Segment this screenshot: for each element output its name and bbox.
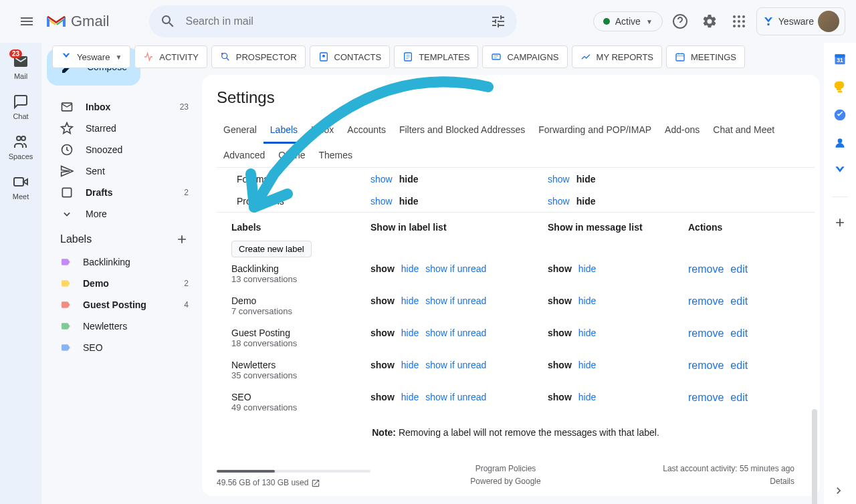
sidebar-nav-sent[interactable]: Sent — [47, 160, 197, 182]
sidebar-label-seo[interactable]: SEO — [47, 337, 197, 358]
show-bold[interactable]: show — [548, 360, 572, 370]
show-bold[interactable]: show — [370, 328, 395, 338]
hide-link[interactable]: hide — [401, 328, 419, 338]
remove-link[interactable]: remove — [688, 392, 724, 404]
yesware-meetings[interactable]: MEETINGS — [666, 45, 745, 68]
show-bold[interactable]: show — [548, 392, 572, 402]
plus-icon[interactable] — [175, 233, 189, 246]
open-external-icon[interactable] — [311, 479, 320, 488]
rail-mail[interactable]: 23 Mail — [13, 53, 29, 80]
hide-link[interactable]: hide — [401, 360, 419, 370]
settings-tab-general[interactable]: General — [217, 118, 263, 143]
add-addon-icon[interactable] — [833, 216, 847, 229]
show-bold[interactable]: show — [548, 295, 572, 306]
details-link[interactable]: Details — [602, 475, 794, 488]
settings-tab-inbox[interactable]: Inbox — [304, 118, 340, 143]
keep-icon[interactable] — [833, 80, 847, 94]
create-label-button[interactable]: Create new label — [231, 241, 312, 257]
sidebar-nav-drafts[interactable]: Drafts 2 — [47, 182, 197, 203]
rail-spaces[interactable]: Spaces — [9, 134, 33, 160]
hide-link[interactable]: hide — [399, 196, 419, 207]
yesware-campaigns[interactable]: CAMPAIGNS — [482, 45, 567, 68]
hide-link[interactable]: hide — [401, 392, 419, 402]
settings-tab-chat-and-meet[interactable]: Chat and Meet — [706, 118, 781, 143]
show-bold[interactable]: show — [548, 328, 572, 338]
remove-link[interactable]: remove — [688, 360, 724, 372]
show-bold[interactable]: show — [370, 295, 395, 306]
rail-chat[interactable]: Chat — [13, 94, 29, 120]
yesware-side-icon[interactable] — [833, 164, 847, 178]
show-bold[interactable]: show — [370, 360, 395, 370]
show-if-unread-link[interactable]: show if unread — [425, 295, 486, 306]
main-menu-button[interactable] — [11, 5, 43, 37]
hide-link[interactable]: hide — [399, 174, 419, 184]
show-bold[interactable]: show — [370, 263, 395, 274]
settings-tab-add-ons[interactable]: Add-ons — [658, 118, 706, 143]
apps-grid-icon[interactable] — [731, 13, 747, 29]
edit-link[interactable]: edit — [730, 328, 748, 340]
sidebar-label-demo[interactable]: Demo 2 — [47, 273, 197, 294]
hide-link[interactable]: hide — [576, 196, 596, 207]
yesware-account-badge[interactable]: Yesware — [756, 7, 845, 35]
tune-icon[interactable] — [490, 13, 506, 29]
show-bold[interactable]: show — [370, 392, 395, 402]
yesware-activity[interactable]: ACTIVITY — [134, 45, 207, 68]
hide-link[interactable]: hide — [578, 263, 596, 274]
hide-link[interactable]: hide — [401, 263, 419, 274]
settings-tab-filters-and-blocked-addresses[interactable]: Filters and Blocked Addresses — [393, 118, 532, 143]
sidebar-label-guest-posting[interactable]: Guest Posting 4 — [47, 294, 197, 316]
support-icon[interactable] — [672, 13, 688, 29]
contacts-icon[interactable] — [833, 136, 847, 150]
show-if-unread-link[interactable]: show if unread — [425, 360, 486, 370]
tasks-icon[interactable] — [833, 108, 847, 122]
settings-tab-advanced[interactable]: Advanced — [217, 143, 272, 167]
sidebar-label-newletters[interactable]: Newletters — [47, 316, 197, 337]
show-link[interactable]: show — [548, 174, 570, 184]
sidebar-nav-snoozed[interactable]: Snoozed — [47, 139, 197, 160]
yesware-contacts[interactable]: CONTACTS — [310, 45, 391, 68]
yesware-prospector[interactable]: PROSPECTOR — [211, 45, 306, 68]
hide-link[interactable]: hide — [578, 295, 596, 306]
remove-link[interactable]: remove — [688, 263, 724, 275]
show-if-unread-link[interactable]: show if unread — [425, 263, 486, 274]
sidebar-nav-inbox[interactable]: Inbox 23 — [47, 96, 197, 118]
sidebar-label-backlinking[interactable]: Backlinking — [47, 251, 197, 273]
settings-gear-icon[interactable] — [702, 13, 718, 29]
remove-link[interactable]: remove — [688, 328, 724, 340]
yesware-my-reports[interactable]: MY REPORTS — [572, 45, 662, 68]
rail-meet[interactable]: Meet — [13, 174, 29, 201]
show-link[interactable]: show — [370, 174, 393, 184]
hide-link[interactable]: hide — [578, 360, 596, 370]
show-bold[interactable]: show — [548, 263, 572, 274]
settings-tab-themes[interactable]: Themes — [312, 143, 360, 167]
program-policies-link[interactable]: Program Policies — [409, 463, 602, 475]
settings-tab-accounts[interactable]: Accounts — [340, 118, 393, 143]
gmail-logo[interactable]: Gmail — [45, 13, 109, 30]
sidebar-nav-more[interactable]: More — [47, 203, 197, 225]
edit-link[interactable]: edit — [730, 360, 748, 372]
show-if-unread-link[interactable]: show if unread — [425, 328, 486, 338]
hide-link[interactable]: hide — [578, 328, 596, 338]
hide-link[interactable]: hide — [578, 392, 596, 402]
scrollbar[interactable] — [812, 409, 817, 504]
sidebar-nav-starred[interactable]: Starred — [47, 118, 197, 139]
search-input[interactable] — [185, 15, 490, 27]
calendar-icon[interactable]: 31 — [833, 52, 847, 66]
edit-link[interactable]: edit — [730, 263, 748, 275]
edit-link[interactable]: edit — [730, 295, 748, 307]
chevron-right-icon[interactable] — [832, 484, 845, 497]
show-if-unread-link[interactable]: show if unread — [425, 392, 486, 402]
show-link[interactable]: show — [370, 196, 393, 207]
hide-link[interactable]: hide — [576, 174, 596, 184]
settings-tab-labels[interactable]: Labels — [263, 118, 304, 144]
settings-tab-offline[interactable]: Offline — [272, 143, 312, 167]
edit-link[interactable]: edit — [730, 392, 748, 404]
hide-link[interactable]: hide — [401, 295, 419, 306]
show-link[interactable]: show — [548, 196, 570, 207]
status-chip[interactable]: Active ▼ — [593, 11, 663, 31]
settings-tab-forwarding-and-pop-imap[interactable]: Forwarding and POP/IMAP — [532, 118, 658, 143]
yesware-templates[interactable]: TEMPLATES — [394, 45, 478, 68]
search-bar[interactable] — [149, 5, 517, 37]
yesware-yesware[interactable]: Yesware▼ — [52, 45, 130, 68]
remove-link[interactable]: remove — [688, 295, 724, 307]
